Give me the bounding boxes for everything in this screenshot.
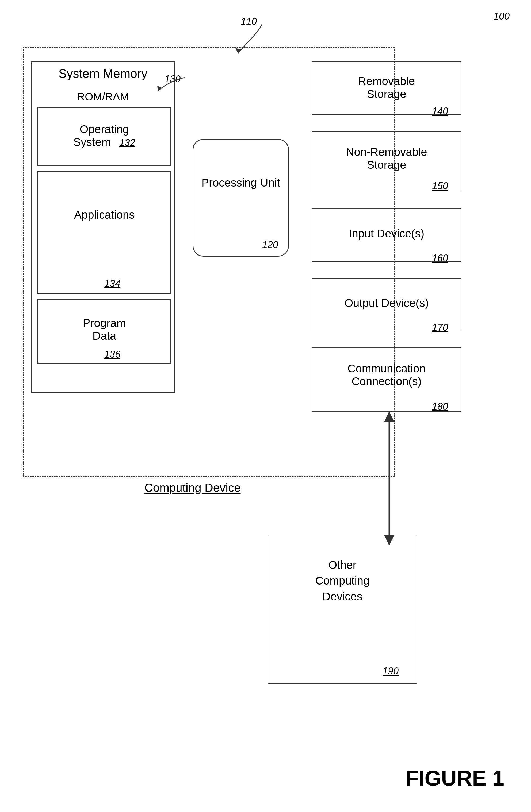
ref-132: 132 — [119, 137, 135, 148]
ref-136: 136 — [104, 349, 121, 360]
applications-label: Applications — [41, 208, 167, 221]
applications-label-text: Applications — [74, 208, 135, 221]
double-arrow — [372, 411, 407, 545]
ref-190: 190 — [382, 666, 399, 677]
other-computing-label: Other Computing Devices — [270, 557, 415, 604]
processing-unit-text: Processing Unit — [201, 176, 280, 189]
applications-box — [38, 171, 171, 294]
input-devices-text: Input Device(s) — [349, 227, 424, 240]
computing-device-label: Computing Device — [144, 481, 241, 494]
ref-134: 134 — [104, 278, 121, 289]
ref-140: 140 — [432, 105, 448, 117]
system-memory-label: System Memory — [35, 66, 171, 81]
os-label: Operating System 132 — [41, 123, 167, 149]
figure-label: FIGURE 1 — [406, 766, 504, 791]
diagram: 100 110 130 System Memory ROM/RAM Operat… — [0, 0, 531, 812]
output-devices-text: Output Device(s) — [344, 297, 429, 309]
svg-marker-3 — [384, 411, 394, 422]
ref-180: 180 — [432, 401, 448, 412]
non-removable-storage-text: Non-Removable Storage — [346, 146, 427, 171]
program-data-text: Program Data — [83, 317, 126, 342]
communication-text: Communication Connection(s) — [348, 362, 425, 388]
ref-120: 120 — [262, 239, 278, 250]
ref-150: 150 — [432, 180, 448, 192]
output-devices-label: Output Device(s) — [314, 297, 459, 309]
ref-100: 100 — [493, 11, 509, 22]
rom-ram-label: ROM/RAM — [35, 91, 171, 103]
other-computing-text: Other Computing Devices — [315, 559, 369, 603]
other-computing-box — [267, 535, 417, 684]
ref-160: 160 — [432, 252, 448, 264]
program-data-label: Program Data — [41, 317, 167, 343]
ref-170: 170 — [432, 322, 448, 333]
removable-storage-label: Removable Storage — [314, 75, 459, 101]
processing-unit-box — [193, 139, 289, 257]
non-removable-storage-label: Non-Removable Storage — [314, 146, 459, 171]
communication-label: Communication Connection(s) — [314, 362, 459, 388]
input-devices-label: Input Device(s) — [314, 227, 459, 240]
removable-storage-text: Removable Storage — [358, 75, 415, 100]
processing-unit-label: Processing Unit — [193, 176, 289, 189]
